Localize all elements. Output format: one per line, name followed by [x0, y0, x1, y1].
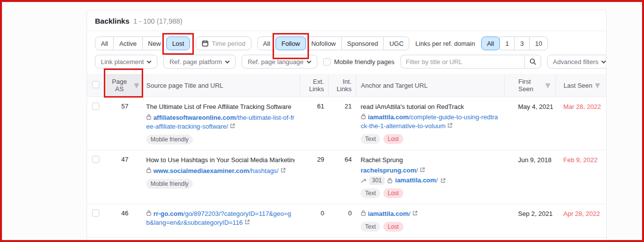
- mobile-friendly-filter[interactable]: Mobile friendly pages: [323, 58, 395, 66]
- url-path[interactable]: /: [409, 210, 411, 217]
- table-header-row: Page AS Source page Title and URL Ext. L…: [87, 74, 606, 97]
- column-header-ext-links[interactable]: Ext. Links: [300, 74, 328, 97]
- links-per-domain-3[interactable]: 3: [514, 36, 529, 50]
- sort-icon: [134, 83, 139, 88]
- advanced-filters-label: Advanced filters: [553, 58, 599, 66]
- first-seen-value: Jun 9, 2018: [518, 156, 552, 164]
- sort-icon: [545, 83, 551, 88]
- page-as-label: Page AS: [108, 78, 131, 93]
- anchor-url-link[interactable]: rachelsprung.com/: [361, 166, 499, 175]
- follow-filter-nofollow[interactable]: Nofollow: [306, 36, 342, 50]
- url-path[interactable]: /hashtags/: [249, 167, 278, 174]
- external-link-icon: [230, 123, 235, 129]
- page-as-value: 47: [106, 150, 141, 204]
- follow-filter-all[interactable]: All: [257, 36, 276, 50]
- follow-filter-follow[interactable]: Follow: [276, 36, 306, 50]
- column-header-page-as[interactable]: Page AS: [106, 74, 141, 97]
- first-seen-label: First Seen: [519, 78, 543, 93]
- search-input[interactable]: [400, 55, 524, 69]
- filter-toolbar: All Active New Lost Time period: [87, 31, 606, 73]
- page-as-value: 46: [106, 238, 141, 242]
- source-url-link[interactable]: www.socialmediaexaminer.com/hashtags/: [146, 167, 295, 175]
- status-filter-lost-label: Lost: [172, 40, 184, 47]
- mobile-friendly-label: Mobile friendly pages: [334, 58, 395, 66]
- url-domain[interactable]: iamattila.com: [368, 113, 409, 121]
- last-seen-value: Feb 9, 2022: [563, 156, 597, 164]
- table-row: 46 rr-go.com/go/8972203/?categoryID=117&…: [87, 204, 606, 238]
- link-placement-dropdown[interactable]: Link placement: [95, 55, 157, 69]
- select-all-checkbox[interactable]: [92, 81, 99, 88]
- url-path[interactable]: /: [416, 167, 418, 174]
- target-url-link[interactable]: iamattila.com/: [361, 209, 499, 218]
- ext-links-value: 61: [300, 97, 328, 150]
- column-header-last-seen[interactable]: Last Seen: [555, 74, 606, 97]
- url-domain[interactable]: affiliatesoftwareonline.com: [153, 114, 236, 121]
- status-filter-lost[interactable]: Lost: [166, 36, 190, 50]
- status-filter-all[interactable]: All: [95, 36, 114, 50]
- column-header-first-seen[interactable]: First Seen: [504, 74, 555, 97]
- url-domain[interactable]: iamattila.com: [395, 176, 436, 184]
- source-title: The Ultimate List of Free Affiliate Trac…: [146, 103, 295, 111]
- filter-row-2: Link placement Ref. page platform Ref. p…: [95, 55, 598, 69]
- status-filter-active[interactable]: Active: [113, 36, 142, 50]
- url-domain[interactable]: iamattila.com: [368, 210, 409, 217]
- chevron-down-icon: [225, 60, 230, 64]
- row-checkbox[interactable]: [92, 103, 99, 110]
- follow-filter-group: All Follow Nofollow Sponsored UGC: [257, 36, 410, 50]
- time-period-button[interactable]: Time period: [196, 36, 251, 50]
- links-per-domain-1[interactable]: 1: [499, 36, 515, 50]
- chevron-down-icon: [601, 60, 606, 64]
- lock-icon: [361, 210, 366, 216]
- url-domain[interactable]: www.socialmediaexaminer.com: [153, 167, 249, 174]
- links-per-domain-10[interactable]: 10: [529, 36, 548, 50]
- lock-icon: [361, 113, 366, 119]
- first-seen-value: Sep 2, 2021: [518, 210, 552, 217]
- chevron-down-icon: [307, 60, 311, 64]
- follow-filter-sponsored[interactable]: Sponsored: [341, 36, 384, 50]
- result-range: 1 - 100 (17,988): [133, 17, 183, 25]
- column-header-int-links[interactable]: Int. Links: [328, 74, 356, 97]
- row-checkbox[interactable]: [92, 209, 99, 217]
- column-header-source[interactable]: Source page Title and URL: [141, 74, 300, 97]
- links-per-domain-all[interactable]: All: [481, 36, 500, 50]
- int-links-value: 64: [328, 150, 356, 204]
- advanced-filters-dropdown[interactable]: Advanced filters: [547, 55, 607, 69]
- source-title: How to Use Hashtags in Your Social Media…: [146, 156, 295, 164]
- redirect-target-link[interactable]: iamattila.com/: [395, 176, 438, 185]
- table-row: 46 21 Experts on the Top Affiliate Marke…: [87, 238, 606, 242]
- column-header-anchor[interactable]: Anchor and Target URL: [356, 74, 504, 97]
- backlinks-panel: Backlinks 1 - 100 (17,988) All Active Ne…: [87, 10, 607, 242]
- ref-page-language-dropdown[interactable]: Ref. page language: [242, 55, 317, 69]
- external-link-icon: [420, 167, 425, 173]
- int-links-value: 0: [328, 204, 356, 238]
- time-period-label: Time period: [212, 40, 245, 47]
- external-link-icon: [280, 168, 286, 173]
- lost-badge: Lost: [383, 188, 403, 198]
- url-domain[interactable]: rr-go.com: [153, 210, 184, 217]
- mobile-friendly-checkbox[interactable]: [323, 58, 331, 66]
- source-url-link[interactable]: rr-go.com/go/8972203/?categoryID=117&geo…: [146, 209, 295, 227]
- first-seen-value: May 4, 2021: [518, 103, 553, 110]
- search-group: [400, 55, 541, 69]
- status-filter-new[interactable]: New: [142, 36, 167, 50]
- search-button[interactable]: [524, 55, 541, 69]
- page-as-value: 57: [106, 97, 141, 150]
- row-checkbox[interactable]: [92, 156, 99, 163]
- anchor-badge: Text: [361, 188, 380, 198]
- target-url-link[interactable]: iamattila.com/complete-guide-to-using-re…: [361, 113, 499, 131]
- follow-filter-follow-label: Follow: [281, 40, 300, 47]
- status-filter-group: All Active New Lost: [95, 36, 190, 50]
- last-seen-value: Apr 28, 2022: [563, 210, 600, 217]
- follow-filter-ugc[interactable]: UGC: [383, 36, 409, 50]
- links-per-domain-group: All 1 3 10: [481, 36, 548, 50]
- url-domain[interactable]: rachelsprung.com: [361, 167, 416, 174]
- lost-badge: Lost: [383, 134, 403, 144]
- ref-page-platform-dropdown[interactable]: Ref. page platform: [163, 55, 236, 69]
- url-path[interactable]: /: [436, 176, 438, 184]
- page-as-value: 46: [106, 204, 141, 238]
- panel-header: Backlinks 1 - 100 (17,988): [87, 10, 606, 31]
- source-url-link[interactable]: affiliatesoftwareonline.com/the-ultimate…: [146, 113, 295, 131]
- redirect-arrow-icon: [361, 178, 367, 183]
- external-link-icon: [412, 210, 418, 216]
- ext-links-value: 12: [300, 238, 328, 242]
